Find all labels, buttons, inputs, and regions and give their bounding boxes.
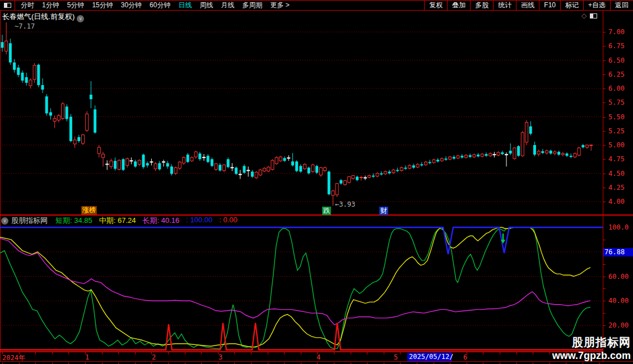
crosshair-date-box: 2025/05/12/— — [407, 353, 452, 361]
period-menu-item[interactable]: 5分钟 — [63, 1, 89, 10]
action-menu-item[interactable]: 统计 — [493, 0, 516, 10]
price-axis-label: 5.50 — [608, 113, 625, 121]
period-menu-item[interactable]: 60分钟 — [146, 1, 174, 10]
price-axis-label: 4.25 — [608, 184, 625, 192]
price-axis-label: 5.00 — [608, 141, 625, 149]
die-marker: 跌 — [322, 207, 331, 215]
timeline-tick — [168, 352, 169, 354]
indicator-axis-label: 60.00 — [608, 273, 629, 281]
axis-tick — [603, 288, 606, 289]
watermark: 股朋指标网 www.7gpzb.com — [552, 335, 631, 362]
action-menu-item[interactable]: 画线 — [516, 0, 539, 10]
timeline-tick — [301, 352, 301, 354]
timeline-label: 2024年 — [2, 353, 25, 363]
timeline-tick — [367, 352, 367, 354]
price-axis-label: 6.00 — [608, 85, 625, 92]
indicator-value-pair: 长期: 40.16 — [143, 216, 180, 226]
axis-tick — [603, 325, 606, 326]
axis-tick — [603, 74, 606, 75]
zhangbang-tag: 涨榜 — [81, 206, 97, 214]
short-term-green — [0, 227, 590, 349]
action-menu-item[interactable]: 标记 — [560, 0, 583, 10]
timeline-tick — [284, 352, 285, 354]
timeline-label: 4 — [316, 353, 320, 361]
candles — [1, 22, 593, 206]
mid-term-yellow — [0, 227, 590, 347]
period-menu-item[interactable]: 月线 — [217, 1, 238, 10]
period-menu: 分时1分钟5分钟15分钟30分钟60分钟日线周线月线多周期更多 > — [17, 0, 294, 10]
timeline-tick — [102, 352, 103, 354]
axis-tick — [603, 46, 606, 46]
indicator-value-pair: : 0.00 — [219, 216, 238, 226]
timeline-tick — [52, 352, 53, 354]
peak-price-annotation: ~7.17 — [15, 22, 35, 30]
timeline-tick — [251, 352, 252, 354]
period-menu-item[interactable]: 多周期 — [238, 1, 266, 10]
timeline-tick — [68, 352, 69, 354]
timeline-tick — [500, 352, 500, 354]
low-price-annotation: ←3.93 — [335, 200, 355, 208]
period-menu-item[interactable]: 周线 — [196, 1, 217, 10]
period-menu-item[interactable]: 更多 > — [266, 1, 293, 10]
price-axis-label: 4.75 — [608, 155, 625, 163]
action-menu-item[interactable]: 多股 — [470, 0, 493, 10]
period-menu-item[interactable]: 日线 — [174, 1, 196, 10]
period-menu-item[interactable]: 30分钟 — [117, 1, 146, 10]
chevron-down-icon[interactable]: ∨ — [1, 217, 8, 225]
axis-tick — [603, 117, 606, 118]
action-menu-item[interactable]: 复权 — [424, 0, 447, 10]
timeline-label: 6 — [463, 353, 467, 361]
split-window-icon[interactable] — [590, 13, 597, 18]
timeline-tick — [118, 352, 119, 354]
split-window-icon — [4, 3, 11, 8]
timeline-tick — [35, 352, 36, 354]
price-axis-label: 6.25 — [608, 71, 625, 78]
layout-toggle-button[interactable] — [0, 0, 15, 10]
timeline-tick — [135, 352, 136, 354]
indicator-axis-label: 40.00 — [608, 297, 629, 305]
trading-app-window: 分时1分钟5分钟15分钟30分钟60分钟日线周线月线多周期更多 > 复权叠加多股… — [0, 0, 633, 364]
timeline-tick — [400, 352, 401, 354]
action-menu-item[interactable]: F10 — [539, 0, 560, 10]
axis-tick — [603, 277, 606, 277]
zero-line-red — [0, 323, 603, 350]
indicator-axis-label: 20.00 — [608, 321, 629, 329]
indicator-chart-canvas[interactable] — [0, 225, 603, 352]
timeline-tick — [384, 352, 384, 354]
axis-tick — [603, 131, 606, 132]
indicator-value-pair: : 100.00 — [186, 216, 212, 226]
axis-tick — [603, 32, 606, 32]
timeline-tick — [268, 352, 268, 354]
long-term-magenta — [0, 239, 590, 325]
axis-separator — [603, 10, 603, 362]
axis-tick — [603, 188, 606, 188]
price-axis-label: 5.25 — [608, 127, 625, 135]
action-menu-item[interactable]: +自选 — [583, 0, 610, 10]
timeline-label: 2 — [152, 353, 156, 361]
indicator-value-pair: 中期: 67.24 — [99, 216, 136, 226]
level-100-blue — [0, 227, 603, 254]
period-menu-item[interactable]: 15分钟 — [88, 1, 117, 10]
titlebar-icons: ◇ — [581, 12, 597, 20]
period-menu-item[interactable]: 分时 — [17, 1, 38, 10]
period-menu-item[interactable]: 1分钟 — [38, 1, 63, 10]
price-axis-label: 6.75 — [608, 42, 625, 50]
axis-tick — [603, 88, 606, 89]
axis-tick — [603, 313, 606, 314]
timeline-tick — [533, 352, 533, 354]
axis-tick — [603, 174, 606, 174]
action-menu-item[interactable]: 返回 — [610, 0, 633, 10]
indicator-axis-label: 100.0 — [608, 223, 629, 231]
diamond-icon[interactable]: ◇ — [581, 12, 587, 20]
kline-chart-canvas[interactable] — [0, 21, 603, 215]
action-menu-item[interactable]: 叠加 — [447, 0, 470, 10]
timeline-label: 1 — [85, 353, 89, 361]
timeline-tick — [234, 352, 235, 354]
watermark-brand: 股朋指标网 — [552, 335, 631, 350]
indicator-value-pair: 短期: 34.85 — [55, 216, 92, 226]
axis-tick — [603, 159, 606, 160]
axis-tick — [603, 202, 606, 202]
axis-tick — [603, 102, 606, 103]
price-axis-label: 7.00 — [608, 28, 625, 36]
timeline-label: 3 — [218, 353, 222, 361]
